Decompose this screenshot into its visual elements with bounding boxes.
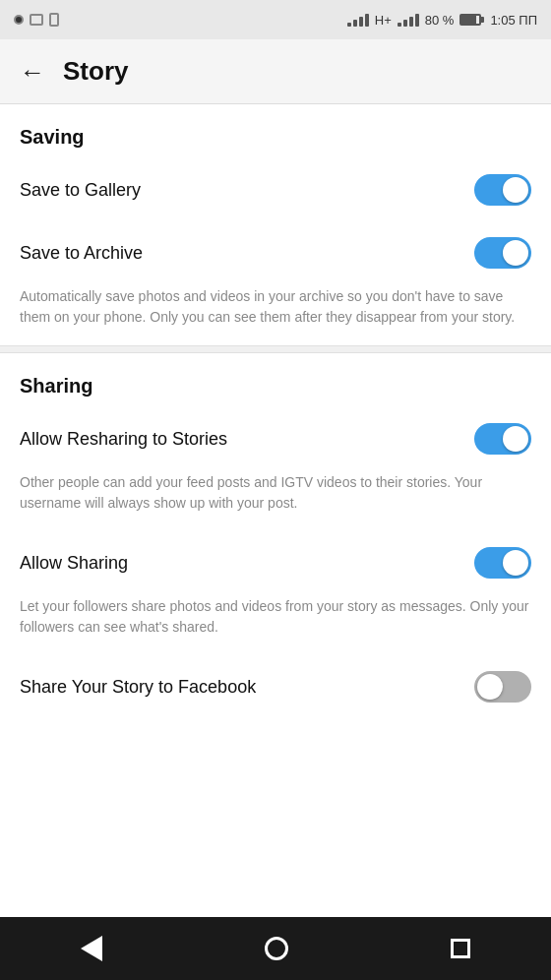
signal-bar-3 xyxy=(359,17,363,27)
allow-resharing-knob xyxy=(503,426,528,452)
image-icon xyxy=(30,14,43,26)
allow-resharing-toggle[interactable] xyxy=(474,423,531,455)
signal-bar-1 xyxy=(347,23,351,27)
time-display: 1:05 ПП xyxy=(490,13,537,28)
allow-sharing-knob xyxy=(503,550,528,576)
status-bar: H+ 80 % 1:05 ПП xyxy=(0,0,551,39)
signal-type: H+ xyxy=(375,13,392,28)
back-button[interactable]: ← xyxy=(16,55,49,89)
allow-resharing-label: Allow Resharing to Stories xyxy=(20,429,227,450)
phone-icon xyxy=(49,13,59,27)
content-area: Saving Save to Gallery Save to Archive A… xyxy=(0,104,551,917)
share-to-facebook-toggle[interactable] xyxy=(474,671,531,703)
nav-recents-icon xyxy=(451,939,470,958)
allow-sharing-label: Allow Sharing xyxy=(20,553,128,574)
allow-resharing-row: Allow Resharing to Stories xyxy=(0,407,551,470)
allow-sharing-toggle[interactable] xyxy=(474,547,531,579)
save-to-archive-knob xyxy=(503,240,528,266)
save-to-archive-label: Save to Archive xyxy=(20,243,143,264)
page-title: Story xyxy=(63,56,128,87)
nav-home-icon xyxy=(265,937,288,960)
allow-sharing-row: Allow Sharing xyxy=(0,531,551,594)
signal-bar2-2 xyxy=(403,20,407,27)
signal-bar2-4 xyxy=(415,14,419,27)
back-arrow-icon: ← xyxy=(20,57,45,87)
save-to-gallery-toggle[interactable] xyxy=(474,174,531,206)
save-to-archive-description: Automatically save photos and videos in … xyxy=(0,284,551,345)
signal-bar-2 xyxy=(353,20,357,27)
save-to-archive-toggle[interactable] xyxy=(474,237,531,269)
save-to-gallery-label: Save to Gallery xyxy=(20,180,141,201)
share-to-facebook-knob xyxy=(477,674,503,700)
signal-bar2-3 xyxy=(409,17,413,27)
saving-section-title: Saving xyxy=(0,104,551,158)
nav-bar xyxy=(0,917,551,980)
header: ← Story xyxy=(0,39,551,104)
signal-bar-4 xyxy=(365,14,369,27)
sharing-section-title: Sharing xyxy=(0,353,551,407)
share-to-facebook-row: Share Your Story to Facebook xyxy=(0,655,551,718)
battery-percent: 80 % xyxy=(425,13,455,28)
dot-icon xyxy=(14,15,24,25)
allow-sharing-description: Let your followers share photos and vide… xyxy=(0,594,551,655)
share-to-facebook-label: Share Your Story to Facebook xyxy=(20,677,256,698)
section-divider xyxy=(0,345,551,353)
battery-icon xyxy=(459,14,484,26)
allow-resharing-description: Other people can add your feed posts and… xyxy=(0,470,551,531)
status-bar-left xyxy=(14,13,59,27)
signal-bars-2 xyxy=(398,14,419,27)
signal-bars xyxy=(347,14,369,27)
nav-back-button[interactable] xyxy=(81,936,102,961)
save-to-archive-row: Save to Archive xyxy=(0,221,551,284)
nav-recents-button[interactable] xyxy=(451,939,470,958)
save-to-gallery-row: Save to Gallery xyxy=(0,158,551,221)
nav-back-icon xyxy=(81,936,102,961)
signal-bar2-1 xyxy=(398,23,401,27)
nav-home-button[interactable] xyxy=(265,937,288,960)
save-to-gallery-knob xyxy=(503,177,528,203)
